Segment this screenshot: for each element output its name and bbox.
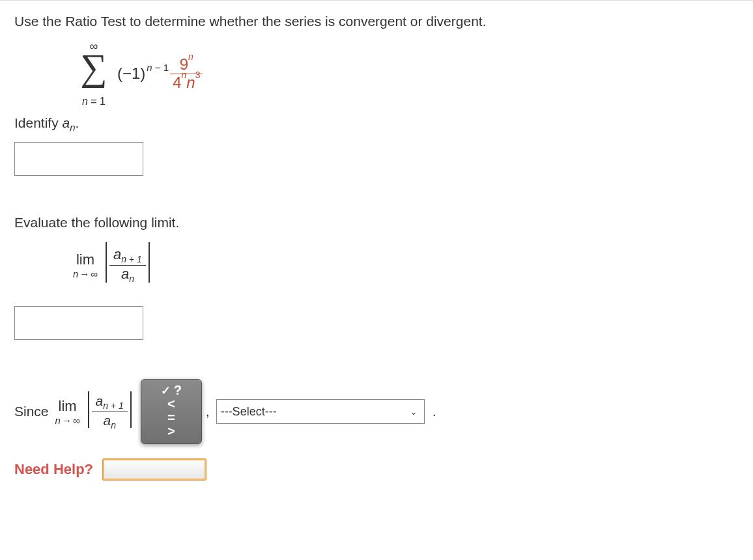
lim-operator: lim n→∞	[73, 251, 98, 279]
period: .	[433, 404, 436, 419]
fraction-numerator: 9n	[177, 56, 196, 73]
identify-label: Identify an.	[14, 115, 739, 133]
conclusion-select[interactable]: ---Select--- ⌄	[216, 399, 425, 424]
comparison-dropdown[interactable]: ? < = >	[141, 379, 202, 444]
an-input[interactable]	[14, 142, 143, 176]
limit-expression: lim n→∞ an + 1 an	[73, 242, 739, 288]
instruction-text: Use the Ratio Test to determine whether …	[14, 14, 739, 29]
comma: ,	[206, 404, 210, 419]
ratio-fraction: an + 1 an	[109, 246, 146, 285]
dropdown-option-less[interactable]: <	[141, 397, 201, 411]
evaluate-label: Evaluate the following limit.	[14, 215, 739, 231]
fraction-denominator: 4nn3	[170, 74, 203, 91]
sigma-lower-bound: n = 1	[73, 96, 115, 107]
conclusion-row: Since lim n→∞ an + 1 an ?	[14, 379, 739, 444]
series-term: (−1) n − 1 9n 4nn3	[115, 56, 203, 91]
neg-one-base: (−1)	[117, 64, 145, 83]
abs-bar-right	[149, 242, 150, 283]
dropdown-option-unknown[interactable]: ?	[141, 384, 201, 397]
dropdown-option-equal[interactable]: =	[141, 411, 201, 425]
select-placeholder: ---Select---	[221, 405, 277, 419]
since-label: Since	[14, 404, 49, 419]
series-expression: ∞ ∑ n = 1 (−1) n − 1 9n 4nn3	[73, 44, 739, 104]
since-limit-expression: lim n→∞ an + 1 an	[55, 391, 134, 432]
need-help-label: Need Help?	[14, 461, 93, 478]
chevron-down-icon: ⌄	[410, 406, 418, 417]
neg-one-exponent: n − 1	[147, 62, 169, 73]
read-it-button[interactable]	[102, 458, 206, 481]
sigma-symbol: ∑	[73, 49, 115, 87]
dropdown-option-greater[interactable]: >	[141, 425, 201, 438]
sigma: ∞ ∑ n = 1	[73, 44, 115, 104]
abs-bar-left	[106, 242, 107, 283]
limit-input[interactable]	[14, 306, 143, 340]
series-fraction: 9n 4nn3	[170, 56, 203, 91]
